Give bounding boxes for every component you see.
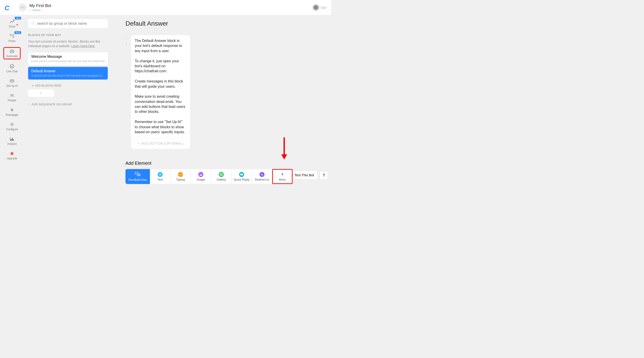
svg-rect-27 — [220, 173, 221, 174]
nav-flows[interactable]: Beta Flows — [4, 33, 20, 44]
bot-title-area: My First Bot ✓ SAVED — [30, 4, 51, 12]
element-gallery[interactable]: Gallery — [211, 169, 232, 184]
nav-configure[interactable]: Configure — [4, 121, 20, 132]
help-button[interactable]: ? — [320, 171, 328, 179]
svg-point-18 — [32, 22, 34, 24]
nav-grow[interactable]: New Grow — [4, 18, 20, 29]
element-more[interactable]: + More — [272, 169, 292, 184]
badge-beta: Beta — [14, 31, 21, 34]
add-element-title: Add Element — [126, 161, 292, 166]
element-quickreply[interactable]: Quick Reply — [232, 169, 252, 184]
block-default-answer[interactable]: Default Answer A person will see this bl… — [28, 67, 108, 80]
svg-point-8 — [12, 51, 13, 52]
saved-status: ✓ SAVED — [30, 9, 51, 12]
plus-icon: + — [138, 142, 140, 145]
left-nav: New Grow Beta Flows Automate Live Chat — [0, 15, 24, 184]
nav-reengage[interactable]: Reengage — [4, 107, 20, 117]
svg-point-5 — [13, 37, 14, 38]
svg-rect-29 — [220, 175, 221, 176]
nav-upgrade[interactable]: Upgrade — [4, 150, 20, 161]
element-text[interactable]: A Text — [150, 169, 170, 184]
element-image[interactable]: Image — [191, 169, 211, 184]
svg-rect-30 — [222, 175, 222, 176]
nav-people[interactable]: People — [4, 92, 20, 103]
svg-rect-0 — [20, 7, 25, 8]
svg-rect-17 — [13, 139, 14, 140]
svg-point-10 — [10, 64, 14, 68]
chevron-down-icon: ▾ — [32, 84, 34, 87]
add-button-row[interactable]: + ADD BUTTON (OPTIONAL) — [131, 138, 190, 149]
plus-icon: + — [40, 91, 42, 95]
learn-more-link[interactable]: Learn more here — [71, 44, 95, 48]
blocks-panel: BLOCKS OF YOUR BOT Your bot consists of … — [24, 15, 114, 184]
svg-rect-6 — [10, 50, 14, 53]
add-blocks-header[interactable]: ▾ ADD BLOCKS HERE — [32, 84, 110, 87]
block-welcome-message[interactable]: Welcome Message Every person communicati… — [28, 52, 108, 65]
add-sequence-button[interactable]: + ADD SEQUENCE OR GROUP — [28, 103, 110, 106]
blocks-section-label: BLOCKS OF YOUR BOT — [28, 34, 110, 37]
grow-icon — [10, 19, 14, 24]
badge-new: New — [15, 17, 21, 20]
add-block-button[interactable]: + — [28, 90, 54, 97]
svg-point-3 — [10, 35, 11, 36]
search-input[interactable] — [37, 22, 104, 26]
svg-rect-15 — [11, 139, 12, 140]
svg-point-1 — [21, 7, 22, 8]
nav-analyze[interactable]: Analyze — [4, 136, 20, 146]
gear-icon — [10, 122, 14, 127]
editor-area: Default Answer ⋯ ↕ The Default Answer bl… — [114, 15, 331, 184]
svg-point-23 — [180, 174, 181, 175]
element-row: Pre-Built Flow A Text Typing Image — [126, 169, 292, 184]
flows-icon — [10, 34, 14, 39]
svg-point-12 — [11, 94, 12, 96]
bot-avatar[interactable] — [18, 4, 27, 12]
block-handles: ⋯ ↕ — [126, 35, 129, 46]
user-menu[interactable]: User — [313, 5, 326, 10]
ai-icon — [10, 78, 14, 83]
search-icon — [31, 21, 35, 26]
check-icon: ✓ — [30, 9, 32, 12]
analyze-icon — [10, 136, 14, 141]
svg-point-14 — [11, 124, 13, 125]
reengage-icon — [10, 107, 14, 112]
svg-line-19 — [34, 24, 35, 25]
svg-point-26 — [200, 174, 201, 174]
element-prebuilt-flow[interactable]: Pre-Built Flow — [126, 169, 150, 184]
people-icon — [10, 93, 14, 98]
search-box[interactable] — [28, 19, 108, 28]
element-typing[interactable]: Typing — [170, 169, 191, 184]
flow-icon — [135, 172, 140, 177]
star-icon — [10, 151, 14, 156]
top-header: C My First Bot ✓ SAVED User — [0, 0, 331, 15]
svg-point-24 — [181, 174, 182, 175]
svg-rect-31 — [240, 174, 243, 175]
svg-rect-28 — [222, 173, 222, 174]
nav-automate[interactable]: Automate — [4, 47, 20, 59]
bot-title[interactable]: My First Bot — [30, 4, 51, 8]
editor-title[interactable]: Default Answer — [126, 20, 328, 27]
automate-icon — [10, 49, 14, 54]
gallery-icon — [219, 172, 224, 177]
blocks-section-desc: Your bot consists of content 'blocks'. B… — [28, 40, 105, 48]
svg-point-2 — [23, 7, 24, 8]
app-logo[interactable]: C — [4, 4, 11, 11]
image-icon — [198, 172, 203, 177]
plus-icon: + — [28, 103, 30, 106]
text-content[interactable]: The Default Answer block is your bot's d… — [131, 35, 190, 138]
typing-icon — [178, 172, 183, 177]
text-icon: A — [158, 172, 162, 177]
svg-point-7 — [11, 51, 12, 52]
more-icon[interactable]: ⋯ — [126, 36, 129, 40]
livechat-icon — [10, 64, 14, 69]
redirect-icon — [260, 172, 264, 177]
nav-livechat[interactable]: Live Chat — [4, 63, 20, 74]
svg-rect-16 — [12, 138, 13, 140]
text-card[interactable]: The Default Answer block is your bot's d… — [131, 35, 190, 149]
quickreply-icon — [239, 172, 244, 177]
element-redirect[interactable]: Redirect to — [252, 169, 272, 184]
user-avatar-icon — [313, 5, 318, 10]
plus-icon: + — [281, 172, 284, 177]
drag-icon[interactable]: ↕ — [126, 42, 129, 46]
nav-setupai[interactable]: Set Up AI — [4, 78, 20, 88]
svg-point-4 — [13, 35, 14, 36]
